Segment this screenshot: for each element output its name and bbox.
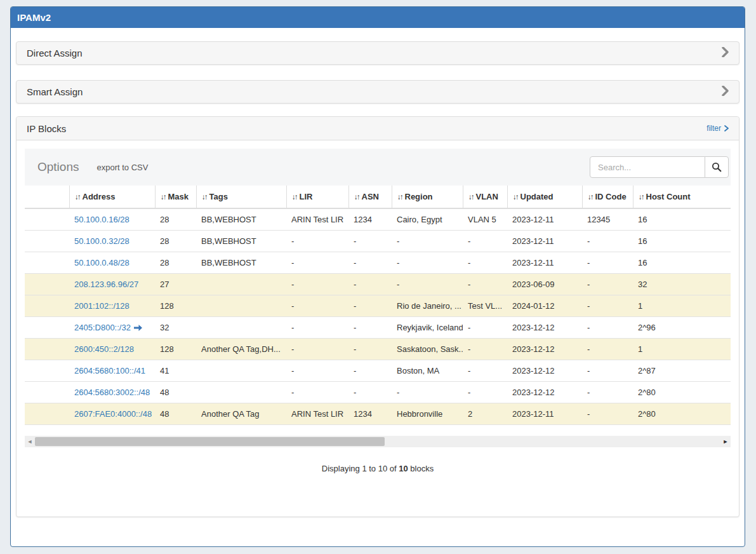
panel-direct-assign[interactable]: Direct Assign [16, 41, 739, 65]
cell-address: 2604:5680:100::/41 [69, 360, 155, 381]
cell-asn: - [348, 381, 392, 403]
address-link[interactable]: 2001:102::/128 [74, 301, 129, 311]
column-header-host_count[interactable]: ↓↑Host Count [633, 186, 731, 208]
cell-region: Reykjavik, Iceland [392, 316, 463, 338]
cell-vlan: - [463, 230, 507, 252]
address-link[interactable]: 50.100.0.48/28 [74, 258, 129, 267]
sort-icon: ↓↑ [292, 193, 297, 201]
app-header: IPAMv2 [11, 7, 745, 28]
address-link[interactable]: 50.100.0.16/28 [74, 215, 129, 224]
app-panel: IPAMv2 Direct Assign Smart Assign IP Blo… [10, 6, 745, 547]
cell-vlan: VLAN 5 [463, 208, 507, 230]
cell-mask: 48 [155, 403, 196, 424]
cell-id_code: - [582, 316, 633, 338]
export-csv-link[interactable]: export to CSV [96, 163, 148, 172]
cell-tags [196, 360, 286, 381]
cell-address: 208.123.96.96/27 [69, 273, 155, 295]
search-group [590, 156, 729, 178]
cell-address: 2001:102::/128 [69, 295, 155, 316]
sort-icon: ↓↑ [513, 193, 518, 201]
cell-blank [25, 403, 69, 424]
cell-updated: 2023-06-09 [507, 273, 582, 295]
cell-mask: 28 [155, 230, 196, 252]
cell-vlan: - [463, 252, 507, 273]
cell-lir: - [286, 338, 348, 360]
cell-address: 2405:D800::/32 [69, 316, 155, 338]
column-header-region[interactable]: ↓↑Region [392, 186, 463, 208]
column-header-vlan[interactable]: ↓↑VLAN [463, 186, 507, 208]
filter-link[interactable]: filter [706, 124, 729, 133]
cell-region: - [392, 252, 463, 273]
column-header-updated[interactable]: ↓↑Updated [507, 186, 582, 208]
cell-blank [25, 316, 69, 338]
column-header-address[interactable]: ↓↑Address [69, 186, 155, 208]
address-link[interactable]: 2405:D800::/32 [74, 323, 131, 332]
search-icon [712, 162, 722, 172]
cell-address: 2607:FAE0:4000::/48 [69, 403, 155, 424]
column-header-lir[interactable]: ↓↑LIR [286, 186, 348, 208]
cell-blank [25, 252, 69, 273]
table-row: 2405:D800::/3232--Reykjavik, Iceland-202… [25, 316, 731, 338]
cell-blank [25, 273, 69, 295]
cell-host_count: 16 [633, 208, 731, 230]
cell-host_count: 2^96 [633, 316, 731, 338]
column-header-asn[interactable]: ↓↑ASN [348, 186, 392, 208]
cell-host_count: 2^80 [633, 403, 731, 424]
cell-lir: - [286, 381, 348, 403]
sort-icon: ↓↑ [202, 193, 207, 201]
scrollbar-thumb[interactable] [35, 437, 385, 446]
cell-host_count: 1 [633, 338, 731, 360]
column-header-blank [25, 186, 69, 208]
scroll-left-icon[interactable]: ◄ [25, 436, 35, 447]
cell-tags [196, 381, 286, 403]
cell-id_code: - [582, 381, 633, 403]
cell-region: - [392, 230, 463, 252]
cell-updated: 2023-12-11 [507, 208, 582, 230]
cell-asn: - [348, 295, 392, 316]
table-row: 2604:5680:100::/4141--Boston, MA-2023-12… [25, 360, 731, 381]
search-button[interactable] [705, 156, 729, 178]
cell-lir: - [286, 230, 348, 252]
cell-updated: 2023-12-11 [507, 252, 582, 273]
address-link[interactable]: 208.123.96.96/27 [74, 280, 138, 289]
table-row: 2600:450::2/128128Another QA Tag,DH...--… [25, 338, 731, 360]
options-label: Options [37, 160, 79, 174]
panel-smart-assign[interactable]: Smart Assign [16, 80, 739, 104]
cell-blank [25, 230, 69, 252]
cell-updated: 2023-12-12 [507, 360, 582, 381]
cell-region: Cairo, Egypt [392, 208, 463, 230]
column-header-tags[interactable]: ↓↑Tags [196, 186, 286, 208]
column-header-mask[interactable]: ↓↑Mask [155, 186, 196, 208]
cell-host_count: 2^87 [633, 360, 731, 381]
table-row: 208.123.96.96/2727----2023-06-09-32 [25, 273, 731, 295]
cell-tags [196, 295, 286, 316]
address-link[interactable]: 2604:5680:100::/41 [74, 366, 145, 375]
cell-region: Boston, MA [392, 360, 463, 381]
cell-region: Hebbronville [392, 403, 463, 424]
pagination-suffix: blocks [410, 464, 434, 473]
cell-blank [25, 338, 69, 360]
table-header-row: ↓↑Address↓↑Mask↓↑Tags↓↑LIR↓↑ASN↓↑Region↓… [25, 186, 731, 208]
cell-vlan: - [463, 273, 507, 295]
cell-asn: - [348, 316, 392, 338]
cell-region: Saskatoon, Sask... [392, 338, 463, 360]
scroll-right-icon[interactable]: ► [720, 436, 731, 447]
chevron-right-icon [724, 125, 729, 132]
cell-host_count: 2^80 [633, 381, 731, 403]
sort-icon: ↓↑ [161, 193, 166, 201]
address-link[interactable]: 50.100.0.32/28 [74, 236, 129, 246]
scrollbar-track[interactable] [35, 436, 720, 447]
search-input[interactable] [590, 156, 705, 178]
sort-icon: ↓↑ [588, 193, 593, 201]
cell-mask: 48 [155, 381, 196, 403]
horizontal-scrollbar[interactable]: ◄ ► [25, 436, 731, 447]
column-header-id_code[interactable]: ↓↑ID Code [582, 186, 633, 208]
address-link[interactable]: 2600:450::2/128 [74, 344, 134, 354]
cell-blank [25, 208, 69, 230]
address-link[interactable]: 2604:5680:3002::/48 [74, 388, 150, 397]
cell-lir: ARIN Test LIR [286, 208, 348, 230]
sort-icon: ↓↑ [639, 193, 644, 201]
cell-vlan: - [463, 381, 507, 403]
address-link[interactable]: 2607:FAE0:4000::/48 [74, 409, 152, 419]
sort-icon: ↓↑ [75, 193, 80, 201]
